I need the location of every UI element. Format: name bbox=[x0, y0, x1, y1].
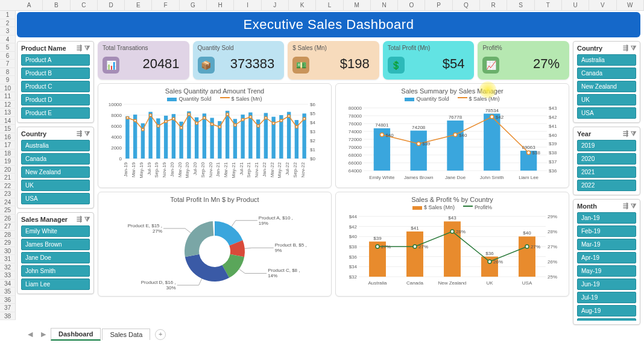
slicer-country-right[interactable]: Country⇶⧩ AustraliaCanadaNew ZealandUKUS… bbox=[573, 41, 640, 123]
slicer-product[interactable]: Product Name⇶⧩ Product AProduct BProduct… bbox=[17, 41, 94, 123]
svg-point-43 bbox=[126, 117, 128, 119]
slicer-item[interactable]: Mar-19 bbox=[577, 239, 636, 250]
slicer-item[interactable]: New Zealand bbox=[21, 166, 90, 178]
svg-text:Mar-19: Mar-19 bbox=[131, 162, 136, 177]
svg-text:Product B, $5 ,: Product B, $5 , bbox=[275, 242, 307, 248]
slicer-item[interactable]: Jun-19 bbox=[577, 278, 636, 290]
svg-point-48 bbox=[165, 121, 167, 123]
filter-icon[interactable]: ⧩ bbox=[631, 130, 636, 137]
slicer-item[interactable]: May-19 bbox=[577, 265, 636, 277]
tab-salesdata[interactable]: Sales Data bbox=[102, 329, 150, 340]
svg-text:$1: $1 bbox=[310, 147, 315, 153]
filter-icon[interactable]: ⧩ bbox=[84, 215, 90, 223]
svg-text:76000: 76000 bbox=[349, 121, 362, 127]
kpi-icon: 📊 bbox=[103, 57, 119, 74]
slicer-item[interactable]: 2019 bbox=[577, 140, 636, 151]
kpi-card: Profit%📈27% bbox=[478, 41, 569, 80]
svg-text:30%: 30% bbox=[166, 285, 176, 291]
chart-country[interactable]: Sales & Profit % by Country $ Sales (Mn)… bbox=[335, 192, 569, 297]
slicer-item[interactable]: Product C bbox=[21, 81, 90, 92]
chart-manager[interactable]: Sales Summary by Sales Manager Quantity … bbox=[335, 83, 569, 188]
slicer-item[interactable]: Emily White bbox=[21, 225, 90, 237]
slicer-country-left[interactable]: Country⇶⧩ AustraliaCanadaNew ZealandUKUS… bbox=[17, 127, 94, 209]
add-sheet-button[interactable]: + bbox=[155, 329, 166, 340]
tab-next-icon[interactable]: ▶ bbox=[37, 330, 49, 338]
tab-prev-icon[interactable]: ◀ bbox=[24, 330, 36, 338]
slicer-item[interactable]: 2022 bbox=[577, 180, 636, 191]
svg-rect-32 bbox=[226, 111, 229, 159]
svg-text:14%: 14% bbox=[268, 273, 277, 278]
filter-icon[interactable]: ⧩ bbox=[84, 130, 90, 137]
svg-point-197 bbox=[488, 260, 491, 263]
slicer-item[interactable]: Aug-19 bbox=[577, 305, 636, 316]
slicer-item[interactable]: Jane Doe bbox=[21, 252, 90, 263]
kpi-label: $ Sales (Mn) bbox=[292, 45, 374, 51]
slicer-item[interactable]: Sep-19 bbox=[577, 318, 636, 321]
slicer-item[interactable]: UK bbox=[21, 180, 90, 191]
svg-text:$0: $0 bbox=[310, 156, 315, 162]
slicer-manager[interactable]: Sales Manager⇶⧩ Emily WhiteJames BrownJa… bbox=[17, 212, 94, 294]
multiselect-icon[interactable]: ⇶ bbox=[623, 44, 628, 52]
slicer-item[interactable]: Australia bbox=[21, 140, 90, 151]
svg-text:Mar-21: Mar-21 bbox=[223, 162, 229, 177]
svg-text:May-22: May-22 bbox=[277, 162, 282, 178]
column-headers[interactable]: ABCDEFGHIJKLMNOPQRSTUVW bbox=[0, 0, 644, 11]
slicer-item[interactable]: 2021 bbox=[577, 166, 636, 178]
slicer-item[interactable]: Australia bbox=[577, 54, 636, 66]
svg-text:$38: $38 bbox=[549, 150, 557, 156]
slicer-year[interactable]: Year⇶⧩ 2019202020212022 bbox=[573, 127, 640, 195]
svg-text:Jan-20: Jan-20 bbox=[169, 162, 175, 177]
slicer-item[interactable]: Product B bbox=[21, 68, 90, 79]
slicer-item[interactable]: Feb-19 bbox=[577, 225, 636, 237]
chart-donut[interactable]: Total Profit In Mn $ by Product Product … bbox=[98, 192, 332, 297]
svg-point-135 bbox=[527, 151, 531, 154]
slicer-item[interactable]: Canada bbox=[21, 153, 90, 165]
svg-rect-19 bbox=[125, 116, 129, 159]
dashboard-title: Executive Sales Dashboard bbox=[17, 12, 640, 37]
slicer-item[interactable]: Product D bbox=[21, 94, 90, 105]
svg-point-50 bbox=[180, 127, 183, 129]
svg-line-146 bbox=[245, 248, 252, 248]
slicer-item[interactable]: Jan-19 bbox=[577, 212, 636, 224]
svg-text:$40: $40 bbox=[459, 133, 467, 138]
multiselect-icon[interactable]: ⇶ bbox=[77, 215, 82, 223]
slicer-item[interactable]: Apr-19 bbox=[577, 252, 636, 263]
slicer-item[interactable]: James Brown bbox=[21, 239, 90, 250]
kpi-card: Quantity Sold📦373383 bbox=[193, 41, 285, 80]
tab-dashboard[interactable]: Dashboard bbox=[51, 328, 101, 341]
filter-icon[interactable]: ⧩ bbox=[84, 44, 90, 52]
slicer-item[interactable]: Jul-19 bbox=[577, 292, 636, 303]
svg-text:May-20: May-20 bbox=[185, 162, 190, 178]
slicer-item[interactable]: UK bbox=[577, 94, 636, 105]
svg-text:28%: 28% bbox=[548, 229, 557, 234]
slicer-item[interactable]: Product E bbox=[21, 107, 90, 119]
slicer-item[interactable]: 2020 bbox=[577, 153, 636, 165]
sheet-tabs[interactable]: ◀ ▶ Dashboard Sales Data + bbox=[24, 328, 166, 341]
svg-rect-22 bbox=[148, 112, 152, 159]
slicer-title: Month bbox=[577, 203, 597, 210]
multiselect-icon[interactable]: ⇶ bbox=[623, 130, 628, 137]
svg-text:$38: $38 bbox=[349, 244, 358, 250]
chart-trend[interactable]: Sales Quantity and Amount Trend Quantity… bbox=[98, 83, 332, 188]
multiselect-icon[interactable]: ⇶ bbox=[623, 202, 628, 210]
slicer-month[interactable]: Month⇶⧩ Jan-19Feb-19Mar-19Apr-19May-19Ju… bbox=[573, 199, 640, 325]
slicer-item[interactable]: New Zealand bbox=[577, 81, 636, 92]
slicer-item[interactable]: Liam Lee bbox=[21, 278, 90, 290]
slicer-item[interactable]: Product A bbox=[21, 54, 90, 66]
multiselect-icon[interactable]: ⇶ bbox=[77, 130, 82, 137]
svg-point-54 bbox=[211, 123, 213, 125]
svg-text:Liam Lee: Liam Lee bbox=[519, 175, 538, 180]
slicer-item[interactable]: John Smith bbox=[21, 265, 90, 277]
kpi-card: Total Transations📊20481 bbox=[98, 41, 189, 80]
filter-icon[interactable]: ⧩ bbox=[631, 202, 636, 210]
slicer-item[interactable]: USA bbox=[577, 107, 636, 119]
multiselect-icon[interactable]: ⇶ bbox=[77, 44, 82, 52]
filter-icon[interactable]: ⧩ bbox=[631, 44, 636, 52]
svg-text:Jul-19: Jul-19 bbox=[147, 162, 152, 175]
svg-text:$43: $43 bbox=[549, 105, 557, 111]
svg-point-64 bbox=[288, 115, 290, 118]
svg-text:$42: $42 bbox=[349, 224, 358, 230]
slicer-item[interactable]: Canada bbox=[577, 68, 636, 79]
slicer-item[interactable]: USA bbox=[21, 193, 90, 204]
row-headers[interactable]: 1234567891011121314151617181920212223242… bbox=[0, 11, 16, 320]
